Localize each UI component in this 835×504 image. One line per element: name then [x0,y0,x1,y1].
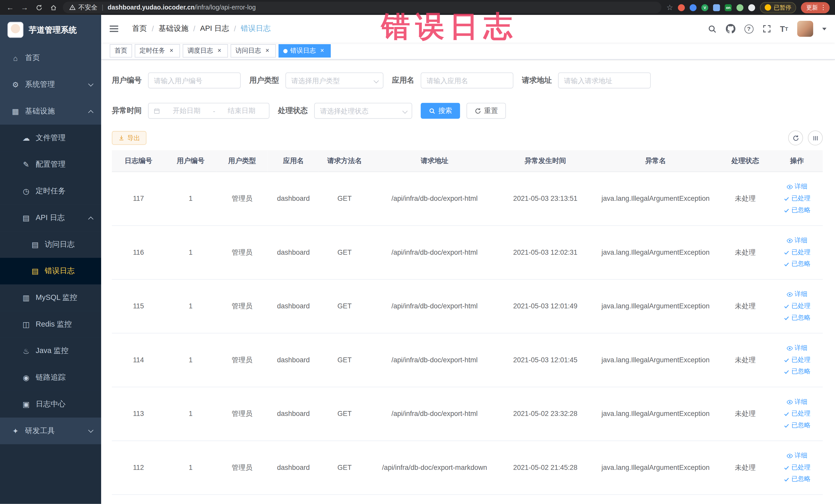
sidebar-item-trace[interactable]: ◉链路追踪 [0,364,101,391]
cell-url: /api/infra/db-doc/export-html [370,172,499,225]
app-name-input[interactable] [421,73,513,88]
security-indicator[interactable]: 不安全 [69,3,98,12]
processed-link[interactable]: 已处理 [783,355,811,364]
sidebar-item-config-management[interactable]: ✎配置管理 [0,151,101,178]
hamburger-icon[interactable] [101,26,127,32]
search-button[interactable]: 搜索 [421,103,460,119]
row-actions: 详细已处理已忽略 [773,182,821,215]
sidebar-item-scheduled-jobs[interactable]: ◷定时任务 [0,178,101,205]
tab-schedule-logs[interactable]: 调度日志× [183,44,228,58]
request-url-input[interactable] [558,73,651,88]
sidebar-item-error-logs[interactable]: ▤错误日志 [0,258,101,284]
ignore-link[interactable]: 已忽略 [783,367,811,376]
ignore-link[interactable]: 已忽略 [783,259,811,268]
sidebar-item-dev-tools[interactable]: ✦研发工具 [0,418,101,444]
app-logo[interactable]: 芋道管理系统 [0,15,101,45]
tab-home[interactable]: 首页 [109,44,132,58]
detail-link[interactable]: 详细 [787,451,807,460]
close-icon[interactable]: × [216,47,223,55]
home-icon[interactable] [48,4,58,11]
ignore-link[interactable]: 已忽略 [783,421,811,430]
reset-button[interactable]: 重置 [466,103,506,119]
close-icon[interactable]: × [264,47,271,55]
check-icon [783,368,790,375]
sidebar-item-api-logs[interactable]: ▤API 日志 [0,205,101,231]
date-range-picker[interactable]: 开始日期 - 结束日期 [148,103,269,119]
sidebar-item-log-center[interactable]: ▣日志中心 [0,391,101,418]
ignore-link[interactable]: 已忽略 [783,206,811,215]
help-icon[interactable]: ? [745,24,753,33]
sidebar-item-redis-monitor[interactable]: ◫Redis 监控 [0,311,101,338]
detail-link[interactable]: 详细 [787,398,807,406]
export-button[interactable]: 导出 [112,131,147,145]
sidebar-item-access-logs[interactable]: ▤访问日志 [0,231,101,258]
extension-icon[interactable] [736,4,744,11]
detail-link[interactable]: 详细 [787,290,807,299]
extension-icon[interactable]: V [701,4,708,11]
check-icon [783,195,790,202]
refresh-button[interactable] [788,130,803,145]
tab-scheduled-jobs[interactable]: 定时任务× [135,44,180,58]
processed-link[interactable]: 已处理 [783,409,811,418]
detail-link[interactable]: 详细 [787,182,807,191]
user-type-select[interactable] [285,73,384,88]
tab-error-logs[interactable]: 错误日志× [279,44,331,58]
breadcrumb-item[interactable]: 基础设施 [159,24,188,33]
user-type-select-input[interactable] [285,73,384,88]
extensions-paused-chip[interactable]: 已暂停 [760,2,796,13]
filter-label: 应用名 [392,76,414,85]
close-icon[interactable]: × [168,47,175,55]
sidebar-item-system-management[interactable]: ⚙系统管理 [0,72,101,98]
extension-icon[interactable] [748,4,755,11]
bookmark-star-icon[interactable]: ☆ [666,3,673,12]
forward-icon[interactable]: → [20,4,29,11]
url-text[interactable]: dashboard.yudao.iocoder.cn/infra/log/api… [107,4,256,11]
process-status-select[interactable] [314,103,412,119]
user-id-input[interactable] [148,73,241,88]
page-content: 用户编号 用户类型 应用名 请求 [101,60,835,504]
kebab-menu-icon: ⋮ [820,4,827,11]
check-icon [783,303,790,309]
sidebar-item-java-monitor[interactable]: ♨Java 监控 [0,338,101,364]
extension-icon[interactable] [678,4,685,11]
avatar[interactable] [797,21,813,37]
breadcrumb-item[interactable]: API 日志 [200,24,229,33]
search-icon[interactable] [708,24,717,33]
processed-link[interactable]: 已处理 [783,301,811,310]
sidebar-item-home[interactable]: ⌂首页 [0,45,101,72]
fullscreen-icon[interactable] [762,24,771,33]
close-icon[interactable]: × [319,47,326,55]
breadcrumb-item[interactable]: 首页 [132,24,147,33]
detail-link[interactable]: 详细 [787,236,807,245]
processed-link[interactable]: 已处理 [783,194,811,203]
breadcrumb-separator: / [234,24,236,33]
column-settings-button[interactable] [808,130,823,145]
cell-actions: 详细已处理已忽略 [771,279,823,333]
detail-link[interactable]: 详细 [787,344,807,352]
ignore-link[interactable]: 已忽略 [783,475,811,483]
column-header: 应用名 [268,150,319,172]
process-status-select-input[interactable] [314,103,412,119]
action-label: 已处理 [791,463,811,472]
cell-app: dashboard [268,279,319,333]
back-icon[interactable]: ← [5,4,15,11]
cell-id: 116 [112,225,165,279]
github-icon[interactable] [726,24,735,33]
sidebar-item-infrastructure[interactable]: ▦基础设施 [0,98,101,125]
chevron-down-icon[interactable] [822,27,827,30]
sidebar-item-mysql-monitor[interactable]: ▥MySQL 监控 [0,284,101,311]
extension-icon[interactable] [690,4,697,11]
font-size-icon[interactable]: TT [780,24,788,33]
sidebar-item-file-management[interactable]: ☁文件管理 [0,124,101,151]
reload-icon[interactable] [34,4,44,11]
tab-access-logs[interactable]: 访问日志× [230,44,276,58]
chrome-update-button[interactable]: 更新 ⋮ [801,2,830,13]
processed-link[interactable]: 已处理 [783,463,811,472]
extension-icon[interactable] [713,4,720,11]
processed-link[interactable]: 已处理 [783,248,811,257]
ignore-link[interactable]: 已忽略 [783,313,811,322]
cell-app: dashboard [268,441,319,495]
extension-icon[interactable]: on [725,4,732,11]
omnibox-divider: | [102,4,103,11]
address-bar[interactable]: 不安全 | dashboard.yudao.iocoder.cn/infra/l… [63,2,662,13]
